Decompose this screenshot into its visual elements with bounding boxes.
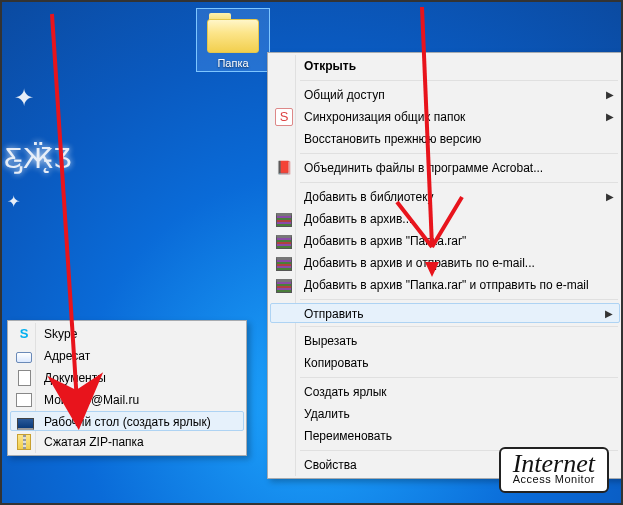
rar-icon [276, 213, 292, 227]
moimir-icon [16, 393, 32, 407]
menu-share[interactable]: Общий доступ▶ [270, 84, 620, 106]
send-to-submenu: S Skype Адресат Документы МойМир@Mail.ru… [7, 320, 247, 456]
rar-icon [276, 257, 292, 271]
menu-sync-folders[interactable]: S Синхронизация общих папок▶ [270, 106, 620, 128]
menu-cut[interactable]: Вырезать [270, 330, 620, 352]
folder-icon [207, 13, 259, 53]
menu-add-archive-named[interactable]: Добавить в архив "Папка.rar" [270, 230, 620, 252]
watermark: Internet Access Monitor [499, 447, 609, 493]
sendto-zip[interactable]: Сжатая ZIP-папка [10, 431, 244, 453]
watermark-title: Internet [513, 453, 595, 475]
sendto-moimir[interactable]: МойМир@Mail.ru [10, 389, 244, 411]
sendto-desktop-link[interactable]: Рабочий стол (создать ярлык) [10, 411, 244, 431]
desktop-folder-label: Папка [199, 57, 267, 69]
skype-icon: S [15, 325, 33, 343]
menu-delete[interactable]: Удалить [270, 403, 620, 425]
rar-icon [276, 235, 292, 249]
mail-icon [16, 352, 32, 363]
document-icon [18, 370, 31, 386]
menu-add-archive-named-email[interactable]: Добавить в архив "Папка.rar" и отправить… [270, 274, 620, 296]
zip-icon [17, 434, 31, 450]
sendto-documents[interactable]: Документы [10, 367, 244, 389]
menu-copy[interactable]: Копировать [270, 352, 620, 374]
menu-add-archive[interactable]: Добавить в архив... [270, 208, 620, 230]
menu-restore[interactable]: Восстановить прежнюю версию [270, 128, 620, 150]
menu-add-archive-email[interactable]: Добавить в архив и отправить по e-mail..… [270, 252, 620, 274]
sendto-skype[interactable]: S Skype [10, 323, 244, 345]
sync-icon: S [275, 108, 293, 126]
watermark-subtitle: Access Monitor [513, 473, 595, 485]
menu-rename[interactable]: Переименовать [270, 425, 620, 447]
menu-send-to[interactable]: Отправить▶ [270, 303, 620, 323]
context-menu: Открыть Общий доступ▶ S Синхронизация об… [267, 52, 623, 479]
desktop-icon [17, 418, 34, 430]
pdf-icon: 📕 [275, 159, 293, 177]
menu-shortcut[interactable]: Создать ярлык [270, 381, 620, 403]
menu-acrobat[interactable]: 📕 Объединить файлы в программе Acrobat..… [270, 157, 620, 179]
desktop-folder[interactable]: Папка [196, 8, 270, 72]
menu-open[interactable]: Открыть [270, 55, 620, 77]
sendto-addressee[interactable]: Адресат [10, 345, 244, 367]
menu-add-library[interactable]: Добавить в библиотеку▶ [270, 186, 620, 208]
rar-icon [276, 279, 292, 293]
